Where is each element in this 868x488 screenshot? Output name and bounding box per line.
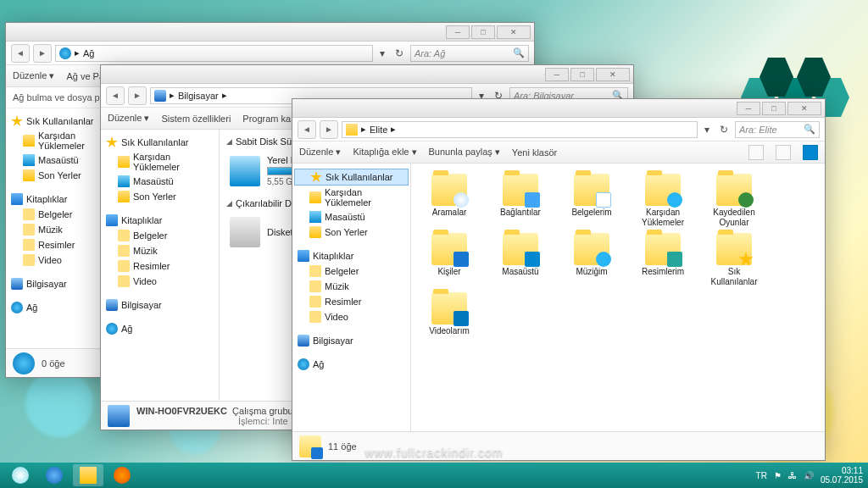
toolbar-share[interactable]: Bununla paylaş ▾ xyxy=(429,147,500,158)
tree-item[interactable]: Masaüstü xyxy=(292,209,410,225)
refresh-icon[interactable]: ↻ xyxy=(716,124,732,136)
folder-item[interactable]: Resimlerim xyxy=(635,233,691,287)
taskbar-media[interactable] xyxy=(107,464,137,486)
tray-time: 03:11 xyxy=(821,466,863,475)
taskbar-explorer[interactable] xyxy=(73,464,103,486)
folder-item[interactable]: Karşıdan Yüklemeler xyxy=(635,174,691,228)
tree-favorites[interactable]: Sık Kullanılanlar xyxy=(101,135,219,150)
tray-action-center-icon[interactable]: ⚑ xyxy=(774,471,782,480)
music-icon xyxy=(23,224,35,236)
tree-item[interactable]: Resimler xyxy=(101,258,219,274)
user-overlay-icon xyxy=(453,252,469,267)
pic-overlay-icon xyxy=(667,252,682,267)
library-icon xyxy=(298,250,309,262)
star-icon xyxy=(106,136,118,148)
content-pane[interactable]: Aramalar Bağlantılar Belgelerim Karşıdan… xyxy=(411,164,825,440)
tree-favorites[interactable]: Sık Kullanılanlar xyxy=(294,169,409,186)
folder-item[interactable]: Belgelerim xyxy=(564,174,620,228)
folder-item[interactable]: Sık Kullanılanlar xyxy=(706,233,762,287)
toolbar-new-folder[interactable]: Yeni klasör xyxy=(512,147,557,158)
close-button[interactable]: ✕ xyxy=(787,102,821,115)
nav-back-button[interactable]: ◄ xyxy=(11,44,30,63)
tray-volume-icon[interactable]: 🔊 xyxy=(804,471,814,480)
folder-label: Videolarım xyxy=(429,326,470,336)
folder-item[interactable]: Kaydedilen Oyunlar xyxy=(706,174,762,228)
toolbar-add-library[interactable]: Kitaplığa ekle ▾ xyxy=(353,147,416,158)
tree-computer[interactable]: Bilgisayar xyxy=(101,297,219,313)
breadcrumb[interactable]: ▸Ağ xyxy=(55,45,373,62)
tree-item[interactable]: Karşıdan Yüklemeler xyxy=(292,186,410,209)
toolbar-organize[interactable]: Düzenle ▾ xyxy=(108,113,149,124)
close-button[interactable]: ✕ xyxy=(497,25,531,39)
nav-forward-button[interactable]: ► xyxy=(320,120,338,139)
network-icon xyxy=(11,302,23,313)
help-icon[interactable] xyxy=(803,145,818,160)
system-tray[interactable]: TR ⚑ 🖧 🔊 03:11 05.07.2015 xyxy=(756,466,863,485)
folder-item[interactable]: Masaüstü xyxy=(492,233,548,287)
tree-libraries[interactable]: Kitaplıklar xyxy=(292,248,410,263)
tray-language[interactable]: TR xyxy=(756,471,767,480)
doc-icon xyxy=(309,265,321,277)
folder-label: Resimlerim xyxy=(642,267,684,277)
network-icon xyxy=(59,47,71,59)
minimize-button[interactable]: ─ xyxy=(545,68,569,81)
search-input[interactable]: Ara: Ağ 🔍 xyxy=(410,45,529,62)
tree-item[interactable]: Video xyxy=(292,309,410,324)
search-icon: 🔍 xyxy=(804,124,815,135)
minimize-button[interactable]: ─ xyxy=(737,102,760,115)
dropdown-icon[interactable]: ▾ xyxy=(701,124,713,136)
doc-icon xyxy=(118,230,130,241)
folder-item[interactable]: Kişiler xyxy=(421,233,477,287)
taskbar[interactable]: TR ⚑ 🖧 🔊 03:11 05.07.2015 xyxy=(0,463,868,488)
tree-item[interactable]: Resimler xyxy=(292,294,410,309)
tree-item[interactable]: Belgeler xyxy=(292,263,410,279)
toolbar-organize[interactable]: Düzenle ▾ xyxy=(299,147,341,158)
minimize-button[interactable]: ─ xyxy=(446,25,470,39)
tree-item[interactable]: Son Yerler xyxy=(292,225,410,240)
folder-item[interactable]: Bağlantılar xyxy=(492,174,548,228)
tray-network-icon[interactable]: 🖧 xyxy=(788,471,797,480)
tree-computer[interactable]: Bilgisayar xyxy=(292,333,410,348)
tree-item[interactable]: Video xyxy=(101,274,219,289)
explorer-window-elite: ─ □ ✕ ◄ ► ▸Elite▸ ▾ ↻ Ara: Elite 🔍 Düzen… xyxy=(292,98,826,461)
folder-item[interactable]: Aramalar xyxy=(421,174,477,228)
folder-label: Aramalar xyxy=(432,208,467,218)
tree-item[interactable]: Karşıdan Yüklemeler xyxy=(101,150,219,174)
pic-icon xyxy=(118,260,130,272)
nav-forward-button[interactable]: ► xyxy=(128,86,147,105)
tray-clock[interactable]: 03:11 05.07.2015 xyxy=(821,466,863,485)
maximize-button[interactable]: □ xyxy=(762,102,786,115)
view-options-icon[interactable] xyxy=(748,145,764,160)
start-button[interactable] xyxy=(5,464,36,486)
close-button[interactable]: ✕ xyxy=(596,68,630,81)
tree-network[interactable]: Ağ xyxy=(101,321,219,336)
folder-item[interactable]: Videolarım xyxy=(421,292,477,336)
nav-back-button[interactable]: ◄ xyxy=(298,120,316,139)
search-placeholder: Ara: Elite xyxy=(739,125,777,135)
refresh-icon[interactable]: ↻ xyxy=(392,47,407,59)
breadcrumb[interactable]: ▸Elite▸ xyxy=(342,121,698,138)
folder-icon xyxy=(503,174,538,206)
tree-network[interactable]: Ağ xyxy=(292,357,410,372)
titlebar[interactable]: ─ □ ✕ xyxy=(292,99,825,118)
tree-item[interactable]: Masaüstü xyxy=(101,174,219,189)
maximize-button[interactable]: □ xyxy=(570,68,594,81)
tree-item[interactable]: Son Yerler xyxy=(101,189,219,204)
nav-forward-button[interactable]: ► xyxy=(33,44,52,63)
folder-item[interactable]: Müziğim xyxy=(564,233,620,287)
dropdown-icon[interactable]: ▾ xyxy=(376,47,388,59)
tree-item[interactable]: Müzik xyxy=(101,243,219,258)
nav-back-button[interactable]: ◄ xyxy=(106,86,125,105)
taskbar-ie[interactable] xyxy=(39,464,70,486)
titlebar[interactable]: ─ □ ✕ xyxy=(6,23,534,42)
toolbar-organize[interactable]: Düzenle ▾ xyxy=(13,70,54,81)
music-icon xyxy=(309,280,321,292)
tree-libraries[interactable]: Kitaplıklar xyxy=(101,213,219,228)
toolbar-system-props[interactable]: Sistem özellikleri xyxy=(161,114,231,124)
titlebar[interactable]: ─ □ ✕ xyxy=(101,65,633,84)
maximize-button[interactable]: □ xyxy=(471,25,495,39)
tree-item[interactable]: Belgeler xyxy=(101,228,219,243)
preview-pane-icon[interactable] xyxy=(776,145,791,160)
search-input[interactable]: Ara: Elite 🔍 xyxy=(735,121,820,138)
tree-item[interactable]: Müzik xyxy=(292,279,410,294)
